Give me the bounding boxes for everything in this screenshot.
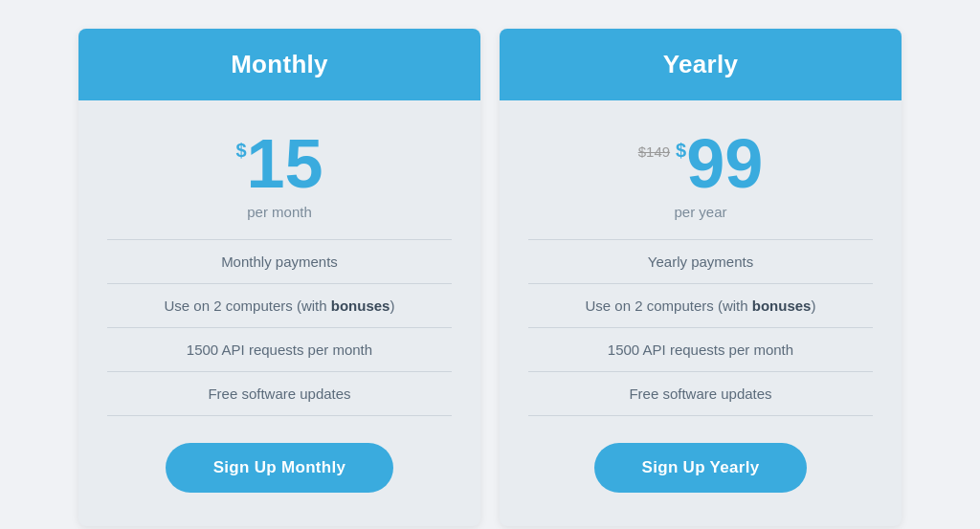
monthly-period: per month (247, 204, 312, 220)
yearly-price: 99 (686, 129, 763, 198)
monthly-price: 15 (247, 129, 323, 198)
yearly-feature-3: 1500 API requests per month (528, 328, 873, 372)
monthly-features-list: Monthly payments Use on 2 computers (wit… (107, 239, 452, 416)
monthly-plan-body: $ 15 per month Monthly payments Use on 2… (78, 100, 480, 526)
sign-up-monthly-button[interactable]: Sign Up Monthly (166, 443, 394, 493)
yearly-feature-2: Use on 2 computers (with bonuses) (528, 284, 873, 328)
yearly-plan-card: Yearly $149 $ 99 per year Yearly payment… (500, 29, 902, 526)
yearly-plan-title: Yearly (663, 50, 738, 78)
monthly-plan-card: Monthly $ 15 per month Monthly payments … (78, 29, 480, 526)
monthly-plan-title: Monthly (231, 50, 328, 78)
yearly-feature-1: Yearly payments (528, 239, 873, 284)
yearly-period: per year (674, 204, 726, 220)
monthly-feature-4: Free software updates (107, 372, 452, 416)
yearly-feature-4: Free software updates (528, 372, 873, 416)
yearly-original-price: $149 (638, 143, 670, 160)
monthly-feature-3: 1500 API requests per month (107, 328, 452, 372)
sign-up-yearly-button[interactable]: Sign Up Yearly (594, 443, 808, 493)
plans-container: Monthly $ 15 per month Monthly payments … (31, 29, 949, 526)
yearly-plan-body: $149 $ 99 per year Yearly payments Use o… (500, 100, 902, 526)
monthly-currency: $ (235, 141, 246, 160)
yearly-price-block: $149 $ 99 (638, 129, 764, 198)
yearly-features-list: Yearly payments Use on 2 computers (with… (528, 239, 873, 416)
monthly-feature-2: Use on 2 computers (with bonuses) (107, 284, 452, 328)
monthly-price-block: $ 15 (235, 129, 323, 198)
yearly-plan-header: Yearly (500, 29, 902, 100)
yearly-currency: $ (676, 141, 686, 160)
monthly-plan-header: Monthly (78, 29, 480, 100)
monthly-feature-1: Monthly payments (107, 239, 452, 284)
